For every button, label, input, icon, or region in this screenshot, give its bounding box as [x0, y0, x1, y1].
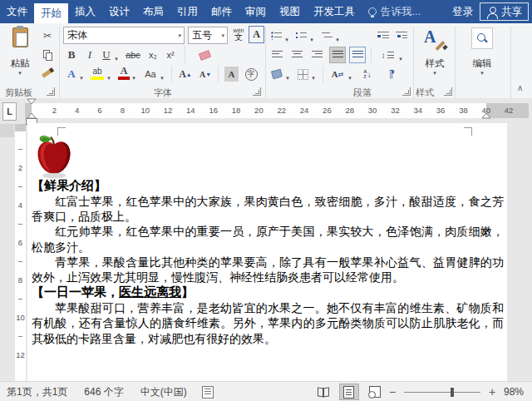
underline-dropdown-arrow[interactable]: ▾: [113, 51, 120, 66]
shrink-font-button[interactable]: A▼: [198, 67, 213, 82]
subscript-button[interactable]: x₂: [145, 47, 160, 62]
character-border-button[interactable]: A: [249, 26, 264, 43]
zoom-level[interactable]: 98%: [497, 386, 532, 398]
change-case-dropdown-arrow[interactable]: ▾: [159, 70, 165, 85]
enclose-characters-button[interactable]: 字: [244, 67, 259, 82]
tab-layout[interactable]: 布局: [136, 0, 170, 23]
align-right-button[interactable]: [310, 47, 324, 62]
decrease-indent-button[interactable]: [376, 28, 391, 43]
font-dialog-launcher[interactable]: [253, 87, 261, 96]
language-indicator[interactable]: 中文(中国): [132, 385, 195, 399]
editing-dropdown-arrow[interactable]: ▾: [464, 70, 500, 76]
paragraph-dialog-launcher[interactable]: [402, 87, 411, 96]
highlight-button[interactable]: ab: [90, 66, 105, 80]
styles-dialog-launcher[interactable]: [444, 87, 452, 96]
document-page[interactable]: 【鲜果介绍】 红富士苹果，红色苹果中的大家族，果肉黄白色，致密细脆，多汁，酸甜适…: [27, 123, 507, 381]
font-name-dropdown-arrow[interactable]: ▾: [175, 32, 184, 38]
zoom-slider-thumb[interactable]: [451, 388, 454, 397]
multilevel-list-button[interactable]: [321, 28, 333, 43]
text-effects-button[interactable]: A: [65, 67, 78, 82]
doc-paragraph-delicious[interactable]: 红元帅苹果，红色苹果中的重要一员，原产于美国，果实较大，色泽饱满，肉质细嫩，松脆…: [32, 224, 504, 254]
phonetic-guide-button[interactable]: wén 文: [230, 25, 247, 43]
collapse-ribbon-button[interactable]: ∧: [517, 83, 523, 92]
distribute-button[interactable]: [349, 47, 366, 63]
tab-file[interactable]: 文件: [0, 0, 34, 23]
asian-layout-dropdown-arrow[interactable]: ▾: [347, 70, 353, 85]
shading-dropdown-arrow[interactable]: ▾: [284, 70, 291, 85]
numbering-dropdown-arrow[interactable]: ▾: [308, 32, 315, 47]
numbering-button[interactable]: [295, 28, 308, 43]
increase-indent-button[interactable]: [394, 28, 409, 43]
bullets-button[interactable]: [270, 28, 283, 43]
styles-button[interactable]: A 样式 ▾: [416, 26, 453, 82]
web-layout-button[interactable]: [366, 384, 384, 399]
line-spacing-button[interactable]: ↕: [379, 47, 396, 62]
tab-home[interactable]: 开始: [34, 3, 68, 23]
zoom-slider[interactable]: [404, 392, 480, 393]
tab-design[interactable]: 设计: [102, 0, 136, 23]
strikethrough-button[interactable]: abc: [123, 47, 143, 62]
doc-heading-fruit-intro[interactable]: 【鲜果介绍】: [32, 178, 504, 194]
tab-review[interactable]: 审阅: [239, 0, 273, 23]
zoom-in-button[interactable]: +: [487, 385, 497, 399]
read-mode-button[interactable]: [314, 384, 332, 399]
doc-heading-apple-a-day[interactable]: 【一日一苹果，医生远离我】: [32, 285, 504, 300]
character-shading-button[interactable]: A: [224, 67, 239, 82]
tab-insert[interactable]: 插入: [68, 0, 102, 23]
bold-button[interactable]: B: [65, 47, 78, 62]
grow-font-button[interactable]: A▲: [178, 67, 193, 82]
tab-references[interactable]: 引用: [170, 0, 204, 23]
shading-button[interactable]: [270, 67, 283, 82]
align-left-button[interactable]: [270, 47, 284, 62]
text-effects-dropdown-arrow[interactable]: ▾: [78, 70, 85, 85]
tell-me-box[interactable]: 告诉我...: [362, 0, 427, 23]
horizontal-ruler[interactable]: 24681012141618202224262830323436384042: [25, 103, 529, 118]
doc-paragraph-nutrition[interactable]: 苹果酸甜可口，营养丰富，是老幼皆宜的水果之一。她不仅有丰富的维生素、矿物质和有机…: [32, 300, 504, 346]
clear-formatting-button[interactable]: [196, 47, 213, 62]
editing-button[interactable]: 编辑 ▾: [464, 26, 500, 82]
line-spacing-dropdown-arrow[interactable]: ▾: [397, 51, 404, 66]
justify-button[interactable]: [329, 47, 346, 63]
borders-dropdown-arrow[interactable]: ▾: [310, 70, 317, 85]
show-hide-marks-button[interactable]: ¶: [384, 67, 399, 82]
font-size-dropdown-arrow[interactable]: ▾: [219, 32, 227, 38]
paste-button[interactable]: 粘贴 ▾: [2, 26, 37, 82]
font-color-dropdown-arrow[interactable]: ▾: [131, 70, 137, 85]
sort-button[interactable]: AZ ↓: [359, 67, 376, 82]
align-center-button[interactable]: [290, 47, 304, 62]
first-line-indent-marker[interactable]: [27, 98, 37, 105]
tab-stop-selector[interactable]: L: [2, 102, 17, 121]
clipboard-dialog-launcher[interactable]: [47, 87, 55, 96]
doc-paragraph-green-apple[interactable]: 青苹果，果酸含量比其他种类的苹果要高，除了具有一般苹果补心益气、益胃健脾的功效外…: [32, 255, 504, 285]
doc-paragraph-fuji[interactable]: 红富士苹果，红色苹果中的大家族，果肉黄白色，致密细脆，多汁，酸甜适度，食之芳香爽…: [32, 194, 504, 224]
styles-dropdown-arrow[interactable]: ▾: [416, 70, 453, 76]
superscript-button[interactable]: x²: [163, 47, 178, 62]
multilevel-list-dropdown-arrow[interactable]: ▾: [334, 32, 341, 47]
copy-button[interactable]: [40, 47, 55, 62]
font-name-combo[interactable]: 宋体 ▾: [63, 27, 185, 44]
page-number-indicator[interactable]: 第1页，共1页: [0, 385, 76, 399]
tab-mailings[interactable]: 邮件: [204, 0, 239, 23]
highlight-dropdown-arrow[interactable]: ▾: [106, 70, 112, 85]
font-color-button[interactable]: A: [117, 66, 131, 80]
word-count-indicator[interactable]: 646 个字: [76, 385, 131, 399]
asian-layout-button[interactable]: A ⇄: [329, 67, 346, 82]
apple-image[interactable]: [35, 135, 73, 180]
tab-view[interactable]: 视图: [273, 0, 307, 23]
sign-in-button[interactable]: 登录: [446, 0, 480, 23]
change-case-button[interactable]: Aa: [142, 67, 159, 82]
format-painter-button[interactable]: [40, 65, 55, 80]
underline-button[interactable]: U: [100, 47, 113, 62]
tab-developer[interactable]: 开发工具: [307, 0, 362, 23]
italic-button[interactable]: I: [83, 47, 96, 62]
bullets-dropdown-arrow[interactable]: ▾: [283, 32, 290, 47]
font-size-combo[interactable]: 五号 ▾: [188, 27, 228, 44]
paste-dropdown-arrow[interactable]: ▾: [2, 70, 37, 76]
cut-button[interactable]: ✂: [40, 28, 55, 43]
vertical-ruler[interactable]: 24681012: [15, 124, 26, 381]
print-layout-button[interactable]: [339, 384, 359, 400]
share-button[interactable]: 共享: [480, 2, 529, 21]
borders-button[interactable]: [296, 67, 309, 82]
zoom-out-button[interactable]: −: [387, 385, 397, 399]
proofing-status-icon[interactable]: [202, 386, 214, 399]
